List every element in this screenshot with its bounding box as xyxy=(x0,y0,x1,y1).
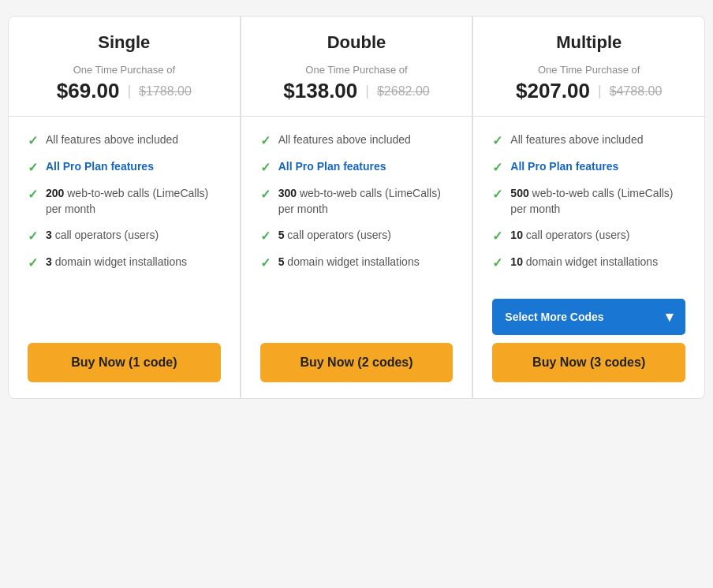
feature-item-double-0: ✓All features above included xyxy=(260,132,454,148)
feature-item-double-4: ✓5 domain widget installations xyxy=(260,255,454,270)
check-icon-single-1: ✓ xyxy=(28,160,38,175)
buy-button-multiple[interactable]: Buy Now (3 codes) xyxy=(492,343,685,382)
price-row-single: $69.00|$1788.00 xyxy=(28,79,221,103)
feature-item-multiple-0: ✓All features above included xyxy=(492,132,685,148)
feature-list-multiple: ✓All features above included✓All Pro Pla… xyxy=(492,132,685,270)
check-icon-single-2: ✓ xyxy=(28,187,38,202)
feature-item-multiple-1: ✓All Pro Plan features xyxy=(492,159,685,175)
feature-list-single: ✓All features above included✓All Pro Pla… xyxy=(28,132,221,270)
feature-text-multiple-4: 10 domain widget installations xyxy=(510,255,658,270)
buy-button-single[interactable]: Buy Now (1 code) xyxy=(28,343,221,382)
check-icon-double-3: ✓ xyxy=(260,229,271,244)
check-icon-double-0: ✓ xyxy=(260,133,271,148)
price-row-double: $138.00|$2682.00 xyxy=(260,79,454,103)
card-header-multiple: MultipleOne Time Purchase of$207.00|$478… xyxy=(473,17,704,117)
feature-text-double-0: All features above included xyxy=(278,132,411,148)
feature-item-single-3: ✓3 call operators (users) xyxy=(28,228,221,244)
feature-text-multiple-1: All Pro Plan features xyxy=(510,159,618,175)
price-main-double: $138.00 xyxy=(283,79,357,103)
feature-item-single-1: ✓All Pro Plan features xyxy=(28,159,221,175)
card-header-double: DoubleOne Time Purchase of$138.00|$2682.… xyxy=(241,17,472,117)
check-icon-single-4: ✓ xyxy=(28,255,38,270)
feature-text-double-3: 5 call operators (users) xyxy=(278,228,391,244)
check-icon-multiple-1: ✓ xyxy=(492,160,502,175)
pricing-card-double: DoubleOne Time Purchase of$138.00|$2682.… xyxy=(241,16,473,399)
plan-title-double: Double xyxy=(260,32,454,53)
feature-item-double-2: ✓300 web-to-web calls (LimeCalls) per mo… xyxy=(260,186,454,217)
plan-title-multiple: Multiple xyxy=(492,32,685,53)
feature-text-multiple-3: 10 call operators (users) xyxy=(510,228,629,244)
pricing-card-single: SingleOne Time Purchase of$69.00|$1788.0… xyxy=(8,16,241,399)
check-icon-multiple-2: ✓ xyxy=(492,187,502,202)
price-main-single: $69.00 xyxy=(57,79,120,103)
card-body-single: ✓All features above included✓All Pro Pla… xyxy=(9,117,240,289)
card-body-multiple: ✓All features above included✓All Pro Pla… xyxy=(473,117,704,286)
select-more-button-multiple[interactable]: Select More Codes▾ xyxy=(492,299,685,335)
check-icon-multiple-4: ✓ xyxy=(492,255,502,270)
feature-text-double-1: All Pro Plan features xyxy=(278,159,386,175)
feature-list-double: ✓All features above included✓All Pro Pla… xyxy=(260,132,454,270)
check-icon-double-4: ✓ xyxy=(260,255,271,270)
price-original-double: $2682.00 xyxy=(377,84,430,99)
price-label-multiple: One Time Purchase of xyxy=(492,64,685,76)
pricing-card-multiple: MultipleOne Time Purchase of$207.00|$478… xyxy=(472,16,705,399)
feature-text-single-0: All features above included xyxy=(46,132,178,148)
price-row-multiple: $207.00|$4788.00 xyxy=(492,79,685,103)
pricing-container: SingleOne Time Purchase of$69.00|$1788.0… xyxy=(8,16,705,399)
feature-item-single-2: ✓200 web-to-web calls (LimeCalls) per mo… xyxy=(28,186,221,217)
feature-text-multiple-2: 500 web-to-web calls (LimeCalls) per mon… xyxy=(510,186,685,217)
check-icon-multiple-0: ✓ xyxy=(492,133,502,148)
card-footer-double: Buy Now (2 codes) xyxy=(241,289,472,398)
feature-item-multiple-3: ✓10 call operators (users) xyxy=(492,228,685,244)
card-footer-single: Buy Now (1 code) xyxy=(9,289,240,398)
price-original-multiple: $4788.00 xyxy=(610,84,663,99)
feature-item-double-1: ✓All Pro Plan features xyxy=(260,159,454,175)
feature-item-single-0: ✓All features above included xyxy=(28,132,221,148)
check-icon-single-0: ✓ xyxy=(28,133,38,148)
feature-text-multiple-0: All features above included xyxy=(510,132,643,148)
feature-item-multiple-2: ✓500 web-to-web calls (LimeCalls) per mo… xyxy=(492,186,685,217)
feature-text-double-2: 300 web-to-web calls (LimeCalls) per mon… xyxy=(278,186,454,217)
price-label-single: One Time Purchase of xyxy=(28,64,221,76)
feature-item-single-4: ✓3 domain widget installations xyxy=(28,255,221,270)
plan-title-single: Single xyxy=(28,32,221,53)
check-icon-double-2: ✓ xyxy=(260,187,271,202)
price-main-multiple: $207.00 xyxy=(516,79,590,103)
feature-text-single-3: 3 call operators (users) xyxy=(46,228,159,244)
feature-text-single-2: 200 web-to-web calls (LimeCalls) per mon… xyxy=(46,186,221,217)
card-body-double: ✓All features above included✓All Pro Pla… xyxy=(241,117,472,289)
select-more-label-multiple: Select More Codes xyxy=(505,311,603,323)
buy-button-double[interactable]: Buy Now (2 codes) xyxy=(260,343,454,382)
feature-text-double-4: 5 domain widget installations xyxy=(278,255,420,270)
check-icon-double-1: ✓ xyxy=(260,160,271,175)
feature-item-multiple-4: ✓10 domain widget installations xyxy=(492,255,685,270)
price-divider-multiple: | xyxy=(598,83,602,99)
card-footer-multiple: Select More Codes▾Buy Now (3 codes) xyxy=(473,286,704,398)
check-icon-multiple-3: ✓ xyxy=(492,229,502,244)
check-icon-single-3: ✓ xyxy=(28,229,38,244)
dropdown-arrow-icon-multiple: ▾ xyxy=(666,308,673,326)
feature-text-single-4: 3 domain widget installations xyxy=(46,255,187,270)
price-divider-double: | xyxy=(365,83,369,99)
feature-item-double-3: ✓5 call operators (users) xyxy=(260,228,454,244)
price-label-double: One Time Purchase of xyxy=(260,64,454,76)
feature-text-single-1: All Pro Plan features xyxy=(46,159,154,175)
card-header-single: SingleOne Time Purchase of$69.00|$1788.0… xyxy=(9,17,240,117)
price-divider-single: | xyxy=(127,83,131,99)
price-original-single: $1788.00 xyxy=(139,84,192,99)
